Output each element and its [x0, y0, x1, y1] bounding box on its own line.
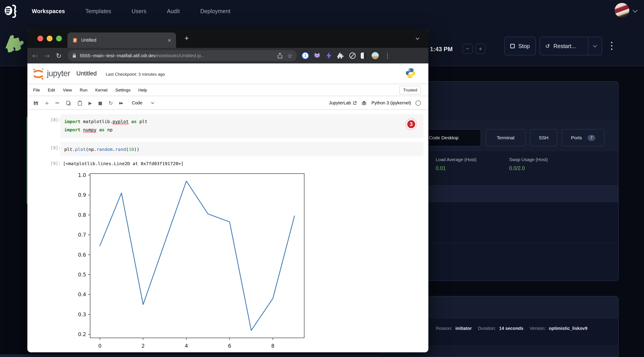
jupyter-notebook-page: jupyter Untitled Last Checkpoint: 3 minu… [27, 64, 428, 352]
window-close-button[interactable] [38, 36, 43, 42]
run-cell-button[interactable]: ▶ [88, 100, 92, 106]
browser-menu-kebab-icon[interactable]: ⋮ [384, 52, 390, 60]
cat-extension-icon[interactable] [314, 52, 321, 59]
restart-workspace-button[interactable]: ↺ Restart... [540, 37, 602, 56]
stop-label: Stop [518, 43, 530, 50]
resource-button-ports[interactable]: Ports7 [562, 129, 604, 146]
interrupt-kernel-button[interactable]: ■ [98, 100, 102, 106]
build-info-row: Reason: initiator Duration: 14 seconds V… [436, 326, 590, 331]
debugger-bug-icon[interactable] [361, 100, 367, 106]
reload-button[interactable]: ↻ [56, 52, 62, 60]
tab-search-chevron-icon[interactable] [416, 37, 420, 41]
svg-text:4: 4 [185, 343, 188, 349]
slashed-circle-extension-icon[interactable] [349, 52, 356, 59]
cell-type-value: Code [132, 100, 142, 106]
add-cell-button[interactable]: + [45, 100, 49, 106]
coder-logo-icon[interactable] [4, 4, 19, 18]
restart-icon: ↺ [545, 43, 550, 50]
ports-count-badge: 7 [588, 135, 595, 141]
cell-type-chevron-icon [151, 102, 154, 104]
resource-button-label: Terminal [497, 135, 514, 140]
menu-item[interactable]: Edit [48, 88, 55, 92]
menu-item[interactable]: Run [80, 88, 88, 92]
browser-window: Untitled × + ← → ↻ 5555--main--test--mat… [27, 29, 428, 352]
nav-item[interactable]: Workspaces [32, 8, 65, 14]
resource-button-ssh[interactable]: SSH [530, 129, 557, 146]
browser-toolbar: ← → ↻ 5555--main--test--matifali.atif.cd… [27, 48, 428, 64]
menu-item[interactable]: File [33, 88, 40, 92]
back-button[interactable]: ← [32, 52, 38, 60]
jupyter-logo-icon [32, 68, 45, 80]
external-link-icon [353, 101, 357, 105]
tab-close-icon[interactable]: × [168, 38, 171, 43]
window-minimize-button[interactable] [47, 36, 52, 42]
nav-item[interactable]: Users [132, 8, 146, 14]
version-label: Version: [530, 326, 546, 331]
metric: Load Average (Host)0.01 [436, 157, 476, 172]
url-path: /notebooks/Untitled.ip... [156, 53, 204, 58]
reason-value: initiator [456, 326, 472, 331]
restart-options-chevron[interactable] [588, 37, 602, 55]
svg-text:0.5: 0.5 [78, 272, 86, 278]
nav-item[interactable]: Templates [86, 8, 111, 14]
restart-kernel-button[interactable]: ↻ [108, 100, 113, 106]
browser-tab[interactable]: Untitled × [68, 32, 176, 48]
svg-text:6: 6 [228, 343, 231, 349]
onepassword-extension-icon[interactable]: 1 [302, 52, 309, 59]
svg-text:2: 2 [142, 343, 145, 349]
menu-item[interactable]: Kernel [95, 88, 108, 92]
stop-workspace-button[interactable]: Stop [504, 37, 536, 56]
bookmark-star-icon[interactable]: ☆ [287, 52, 292, 59]
jupyter-wordmark: jupyter [47, 69, 70, 78]
metric-label: Swap Usage (Host) [509, 157, 548, 162]
nav-items: WorkspacesTemplatesUsersAuditDeployment [32, 8, 230, 14]
svg-text:0: 0 [98, 343, 102, 349]
kernel-name[interactable]: Python 3 (ipykernel) [372, 100, 411, 106]
svg-text:8: 8 [271, 343, 274, 349]
paste-cells-button[interactable] [78, 100, 82, 106]
resource-button-label: Ports [571, 135, 582, 140]
svg-text:0.2: 0.2 [78, 332, 86, 337]
window-zoom-button[interactable] [56, 36, 62, 42]
code-cell[interactable]: plt.plot(np.random.rand(10)) [60, 142, 424, 156]
jupyterlab-label: JupyterLab [329, 100, 351, 106]
address-bar[interactable]: 5555--main--test--matifali.atif.cdr.dev/… [68, 50, 297, 61]
cut-cells-button[interactable]: ✂ [55, 100, 60, 106]
metric-value: 0.0/2.0 [509, 165, 548, 172]
save-button[interactable] [33, 100, 38, 106]
menu-item[interactable]: View [63, 88, 72, 92]
forward-button[interactable]: → [44, 52, 50, 60]
darkreader-extension-icon[interactable] [361, 52, 367, 59]
svg-text:0.4: 0.4 [78, 292, 86, 297]
jupyterlab-link[interactable]: JupyterLab [329, 100, 357, 106]
resource-button-terminal[interactable]: Terminal [486, 129, 526, 146]
share-icon[interactable] [277, 53, 282, 58]
last-checkpoint: Last Checkpoint: 3 minutes ago [106, 72, 165, 77]
menu-item[interactable]: Help [138, 88, 147, 92]
copy-cells-button[interactable] [66, 100, 71, 106]
user-menu-chevron-icon[interactable] [633, 8, 638, 13]
cell-type-select[interactable]: Code [132, 100, 154, 106]
workspace-more-menu[interactable] [609, 40, 615, 52]
menu-item[interactable]: Settings [115, 88, 130, 92]
code-line: import numpy as np [64, 126, 420, 134]
bolt-extension-icon[interactable] [325, 52, 332, 59]
svg-text:1.0: 1.0 [78, 172, 86, 178]
zoom-out-button[interactable]: − [462, 44, 473, 54]
notebook-title[interactable]: Untitled [76, 70, 97, 77]
cell-output-text: [<matplotlib.lines.Line2D at 0x7fd03f191… [63, 161, 184, 166]
run-all-button[interactable]: ▶▶ [119, 101, 122, 105]
new-tab-button[interactable]: + [184, 34, 189, 42]
puzzle-extension-icon[interactable] [337, 52, 344, 59]
screen: WorkspacesTemplatesUsersAuditDeployment … [0, 0, 644, 357]
code-cell[interactable]: import matplotlib.pyplot as plt import n… [60, 114, 424, 138]
zoom-in-button[interactable]: + [475, 44, 486, 54]
trusted-button[interactable]: Trusted [400, 86, 421, 94]
puzzle-piece-icon [3, 32, 26, 55]
nav-item[interactable]: Deployment [200, 8, 230, 14]
browser-profile-avatar[interactable] [372, 52, 379, 59]
workspace-time: 1:43 PM [430, 46, 452, 53]
notification-badge[interactable]: 3 [406, 119, 416, 129]
user-avatar[interactable] [615, 3, 629, 18]
nav-item[interactable]: Audit [167, 8, 180, 14]
